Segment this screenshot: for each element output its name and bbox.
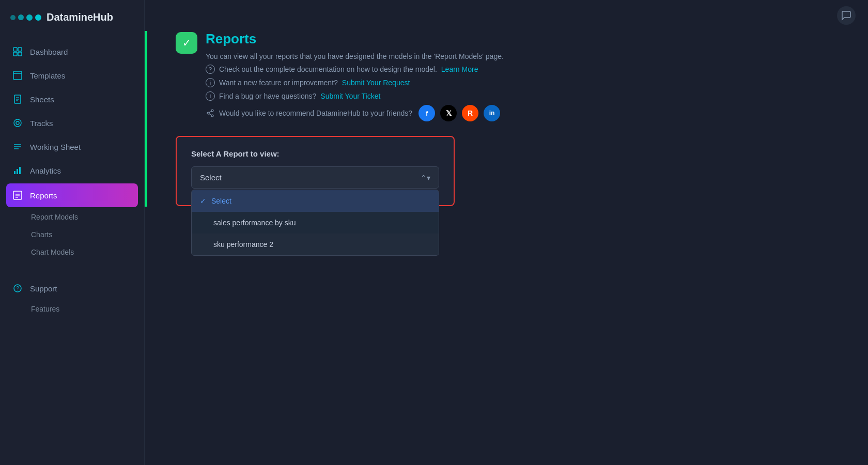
docs-text: Check out the complete documentation on …: [219, 65, 437, 73]
option-label-sku-perf-2: sku performance 2: [213, 240, 273, 249]
social-icons: f 𝕏 R in: [419, 105, 500, 121]
sidebar-item-support[interactable]: ? Support: [0, 276, 144, 300]
app-name: DatamineHub: [47, 11, 113, 23]
sidebar-item-features[interactable]: Features: [0, 300, 144, 318]
bug-text: Find a bug or have questions?: [219, 92, 316, 100]
svg-rect-1: [18, 48, 22, 51]
recommend-text: Would you like to recommend DatamineHub …: [219, 109, 412, 117]
bug-line: i Find a bug or have questions? Submit Y…: [206, 91, 504, 101]
svg-rect-3: [18, 52, 22, 56]
sidebar-item-sheets[interactable]: Sheets: [0, 87, 144, 111]
svg-point-24: [211, 110, 213, 112]
templates-icon: [12, 70, 23, 81]
analytics-icon: [12, 165, 23, 176]
svg-point-25: [207, 112, 209, 114]
select-trigger-text: Select: [200, 173, 222, 182]
select-report-card: Select A Report to view: Select ⌃▾ ✓ Sel…: [176, 136, 455, 206]
logo-dot-1: [10, 15, 16, 20]
reports-label: Reports: [30, 191, 57, 200]
recommend-line: Would you like to recommend DatamineHub …: [206, 105, 504, 121]
submit-ticket-link[interactable]: Submit Your Ticket: [320, 92, 380, 100]
sidebar: DatamineHub Dashboard Templates: [0, 0, 145, 465]
analytics-label: Analytics: [30, 166, 61, 175]
chevron-down-icon: ⌃▾: [421, 174, 430, 182]
logo-dots: [10, 14, 41, 21]
svg-rect-0: [13, 48, 17, 51]
sheets-label: Sheets: [30, 95, 54, 104]
question-icon: ?: [206, 65, 215, 74]
checkmark-icon: ✓: [200, 197, 206, 205]
svg-rect-18: [13, 191, 22, 199]
content-area: ✓ Reports You can view all your reports …: [145, 31, 868, 465]
learn-more-link[interactable]: Learn More: [441, 65, 478, 73]
reports-icon: [12, 190, 23, 200]
option-label-select: Select: [211, 197, 231, 205]
share-icon: [206, 109, 215, 118]
dropdown-option-select[interactable]: ✓ Select: [192, 190, 439, 212]
chat-button[interactable]: [837, 6, 856, 25]
report-dropdown-menu: ✓ Select sales performance by sku sku pe…: [191, 190, 439, 256]
sidebar-item-charts[interactable]: Charts: [0, 226, 144, 243]
reports-header: ✓ Reports You can view all your reports …: [165, 31, 847, 126]
nav-section: Dashboard Templates Sheets: [0, 35, 144, 465]
tracks-label: Tracks: [30, 119, 53, 128]
description-text: You can view all your reports that you h…: [206, 52, 504, 60]
info-icon-1: i: [206, 78, 215, 87]
svg-line-27: [209, 111, 212, 113]
feature-line: i Want a new feature or improvement? Sub…: [206, 78, 504, 87]
reports-page-title: Reports: [206, 31, 504, 47]
select-card-label: Select A Report to view:: [191, 149, 439, 158]
dashboard-label: Dashboard: [30, 48, 68, 56]
x-icon[interactable]: 𝕏: [440, 105, 457, 121]
svg-rect-2: [13, 52, 17, 56]
svg-point-11: [16, 121, 19, 125]
dropdown-option-sku-perf-2[interactable]: sku performance 2: [192, 234, 439, 255]
linkedin-icon[interactable]: in: [484, 105, 500, 121]
tracks-icon: [12, 118, 23, 128]
submit-request-link[interactable]: Submit Your Request: [342, 79, 410, 87]
select-box: Select ⌃▾ ✓ Select sales performance by …: [191, 166, 439, 189]
svg-rect-16: [17, 169, 18, 174]
sidebar-item-tracks[interactable]: Tracks: [0, 111, 144, 135]
report-select-trigger[interactable]: Select ⌃▾: [191, 166, 439, 189]
working-sheet-label: Working Sheet: [30, 143, 81, 151]
info-icon-2: i: [206, 91, 215, 101]
sidebar-item-analytics[interactable]: Analytics: [0, 159, 144, 182]
dashboard-icon: [12, 47, 23, 57]
green-accent-bar: [145, 31, 147, 207]
reports-info: Reports You can view all your reports th…: [206, 31, 504, 126]
feature-text: Want a new feature or improvement?: [219, 79, 338, 87]
sidebar-item-working-sheet[interactable]: Working Sheet: [0, 135, 144, 159]
sidebar-item-reports[interactable]: Reports: [6, 183, 138, 207]
topbar: [145, 0, 868, 31]
svg-rect-17: [19, 167, 21, 174]
reddit-icon[interactable]: R: [462, 105, 478, 121]
logo-dot-4: [35, 14, 41, 21]
option-label-sales-perf: sales performance by sku: [213, 219, 296, 227]
svg-line-28: [209, 114, 212, 115]
svg-rect-4: [13, 71, 22, 80]
sidebar-item-report-models[interactable]: Report Models: [0, 208, 144, 226]
check-icon: ✓: [176, 32, 197, 54]
reports-description-line: You can view all your reports that you h…: [206, 52, 504, 60]
logo: DatamineHub: [0, 0, 144, 35]
sheets-icon: [12, 94, 23, 104]
sidebar-item-templates[interactable]: Templates: [0, 64, 144, 87]
logo-dot-3: [26, 14, 33, 21]
svg-point-26: [211, 115, 213, 117]
templates-label: Templates: [30, 71, 65, 80]
svg-text:?: ?: [16, 286, 19, 291]
support-icon: ?: [12, 283, 23, 293]
sidebar-item-chart-models[interactable]: Chart Models: [0, 243, 144, 261]
facebook-icon[interactable]: f: [419, 105, 435, 121]
working-sheet-icon: [12, 142, 23, 152]
logo-dot-2: [18, 14, 24, 20]
docs-line: ? Check out the complete documentation o…: [206, 65, 504, 74]
dropdown-option-sales-perf[interactable]: sales performance by sku: [192, 212, 439, 234]
sidebar-item-dashboard[interactable]: Dashboard: [0, 40, 144, 64]
svg-rect-15: [14, 171, 16, 174]
svg-point-10: [14, 119, 21, 127]
main-area: ✓ Reports You can view all your reports …: [145, 0, 868, 465]
support-label: Support: [30, 284, 57, 293]
